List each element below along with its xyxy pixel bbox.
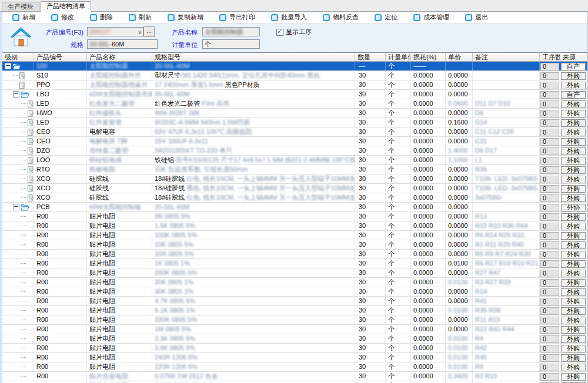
table-row[interactable]: R00贴片电阻330K 0805 5%30个0.00000.0000R11 R1… — [2, 315, 587, 325]
table-row[interactable]: PPO太阳能控制器绝缘片17 2400mm 厚度1.5mm 黑色PP材质30个0… — [2, 80, 587, 90]
table-row[interactable]: R00贴片电阻240R 1206 5%30个0.00000.0100R450外购 — [2, 353, 587, 362]
column-header-source[interactable]: 来源 — [560, 53, 587, 61]
source-button[interactable]: 外购 — [561, 100, 586, 108]
table-row[interactable]: R00贴片电阻30K 0805 1%30个0.00000.0000R140外购 — [2, 287, 587, 297]
spec-field[interactable]: 20-55L-60M — [87, 39, 158, 49]
table-row[interactable]: LBO60W太阳能控制器壳体20-55L-60M30个0.00000.00000… — [2, 90, 587, 99]
table-row[interactable]: RTO热敏电阻10K 负温度系数, 引线长度50mm30个0.00000.000… — [2, 165, 587, 174]
show-process-checkbox[interactable]: 显示工序 — [276, 28, 312, 36]
column-header-loss-pct[interactable]: 损耗(%) — [411, 53, 446, 61]
table-row[interactable]: LED红外发射管IR333C-A 5MM 940nm 1.5W凹面30个0.00… — [2, 118, 587, 127]
toolbar-button-refresh[interactable]: 刷新 — [129, 13, 152, 22]
toolbar-button-add[interactable]: 新增 — [12, 13, 35, 22]
source-button[interactable]: 外购 — [561, 345, 586, 352]
source-button[interactable]: 外购 — [561, 119, 586, 127]
source-button[interactable]: 外购 — [561, 251, 586, 258]
source-button[interactable]: 外购 — [561, 82, 586, 89]
table-row[interactable]: R00贴片电阻20K 0805 1%30个0.00000.0100R3 R27 … — [2, 278, 587, 287]
source-button[interactable]: 外购 — [561, 317, 586, 324]
table-row[interactable]: R00贴片电阻5.1K 0805 1%30个0.00000.0100R35 R3… — [2, 306, 587, 315]
browse-button[interactable]: ... — [143, 26, 155, 37]
table-row[interactable]: 100太阳能控制器20-55L-60M—个——0自产 — [2, 62, 587, 71]
table-row[interactable]: DZO肖特基二极管SR20100SKT TO-220 单只30个0.00001.… — [2, 146, 587, 156]
column-header-process-count[interactable]: 工序数 — [540, 53, 560, 61]
toolbar-button-material-lookup[interactable]: 物料反查 — [323, 13, 359, 22]
toolbar-button-batch-import[interactable]: 批量导入 — [271, 13, 307, 22]
table-row[interactable]: LOO铁硅铝电感铁硅铝 型号KS105125 尺寸17.4x9.5x7.1 MM… — [2, 156, 587, 165]
toolbar-button-export-print[interactable]: 导出打印 — [219, 13, 255, 22]
source-button[interactable]: 外购 — [561, 288, 586, 296]
source-button[interactable]: 外购 — [561, 279, 586, 287]
source-button[interactable]: 外购 — [561, 213, 586, 221]
source-button[interactable]: 外购 — [561, 354, 586, 362]
table-row[interactable]: R00贴片电阻1M 0805 5%30个0.00000.0000R22 R41 … — [2, 325, 587, 334]
source-button[interactable]: 外购 — [561, 326, 586, 334]
table-row[interactable]: R00贴片电阻0R 0805 5%30个0.00000.0000R130外购 — [2, 212, 587, 221]
table-row[interactable]: S10太阳能控制器外壳型材尺寸(W) 1420 340(1)mm, 定位孔居中间… — [2, 71, 587, 80]
source-button[interactable]: 自产 — [561, 91, 586, 99]
source-button[interactable]: 外购 — [561, 185, 586, 193]
table-row[interactable]: PCB60W太阳能控制板20-55L-60M30个0.00000.00000外协 — [2, 203, 587, 212]
column-header-quantity[interactable]: 数量 — [355, 53, 386, 61]
source-button[interactable]: 外购 — [561, 364, 586, 371]
tab-production-module[interactable]: 生产模块 — [2, 2, 39, 11]
source-button[interactable]: 外购 — [561, 307, 586, 315]
source-button[interactable]: 外购 — [561, 373, 586, 381]
table-row[interactable]: R00贴片合金电阻0.075R 1W 2512 合金30个0.00000.340… — [2, 372, 587, 381]
source-button[interactable]: 外购 — [561, 166, 586, 174]
table-row[interactable]: R00贴片电阻200K 0805 5%30个0.00000.0000R27 R4… — [2, 268, 587, 278]
table-row[interactable]: R00贴片电阻3.3K 0805 5%30个0.00000.0100R40外购 — [2, 334, 587, 344]
toolbar-button-modify[interactable]: 修改 — [51, 13, 74, 22]
source-button[interactable]: 外购 — [561, 129, 586, 136]
unit-field[interactable]: 个 — [202, 39, 260, 49]
toolbar-button-copy-add[interactable]: 复制新增 — [168, 13, 203, 22]
column-header-product-name[interactable]: 产品名称 — [87, 53, 152, 61]
toolbar-button-exit[interactable]: 退出 — [465, 13, 488, 22]
column-header-level[interactable]: 级别 — [2, 53, 34, 61]
table-row[interactable]: LED红色发光二极管红色发光二极管 F3m 高亮30个0.00000.0600D… — [2, 99, 587, 109]
expander-minus-icon[interactable] — [13, 91, 19, 98]
table-row[interactable]: XCO硅胶线18#硅胶线 黑色, 线长10CM, 一头上锡4MM 另一头压入型端… — [2, 184, 587, 193]
product-code-combobox[interactable]: 200127 ∨ — [87, 27, 143, 36]
table-row[interactable]: R00贴片电阻1K 0805 1%30个0.00000.0100R6 R17 R… — [2, 259, 587, 268]
table-row[interactable]: CEO电解电容63V 47UF 6.3x11 105℃ 高频低阻30个0.000… — [2, 127, 587, 137]
table-row[interactable]: HWO红外接收头IRM-3638T 38K30个0.00000.0000D60外… — [2, 109, 587, 118]
column-header-product-code[interactable]: 产品编号 — [34, 53, 87, 61]
table-row[interactable]: R00贴片电阻1.5K 0805 5%30个0.00000.0000R22 R2… — [2, 221, 587, 231]
source-button[interactable]: 外购 — [561, 223, 586, 230]
column-header-unit[interactable]: 计量单位 — [386, 53, 411, 61]
source-button[interactable]: 外购 — [561, 335, 586, 343]
table-row[interactable]: R00贴片电阻10R 0805 5%30个0.00000.0000R5 R9 R… — [2, 250, 587, 259]
column-header-spec-model[interactable]: 规格型号 — [152, 53, 355, 61]
table-row[interactable]: XCO硅胶线18#硅胶线 白色, 线长10CM, 一头上锡4MM 另一头压入型端… — [2, 174, 587, 184]
table-row[interactable]: XCO硅胶线18#硅胶线 红色, 线长10CM, 一头上锡4MM 另一头压入型端… — [2, 193, 587, 203]
table-row[interactable]: R00贴片电阻220R 1206 5%30个0.00000.0100R90外购 — [2, 362, 587, 372]
source-button[interactable]: 外购 — [561, 241, 586, 249]
expander-minus-icon[interactable] — [13, 204, 19, 210]
source-button[interactable]: 外购 — [561, 232, 586, 240]
expander-minus-icon[interactable] — [5, 63, 11, 69]
product-name-field[interactable]: 太阳能控制器 — [202, 27, 260, 36]
source-button[interactable]: 外购 — [561, 110, 586, 117]
source-button[interactable]: 外协 — [561, 204, 586, 211]
source-button[interactable]: 外购 — [561, 157, 586, 164]
tab-product-structure-list[interactable]: 产品结构清单 — [41, 1, 91, 12]
table-row[interactable]: R00贴片电阻10K 0805 5%30个0.00000.0000R1 R11 … — [2, 240, 587, 250]
source-button[interactable]: 外购 — [561, 176, 586, 183]
toolbar-button-locate[interactable]: 定位 — [375, 13, 397, 22]
source-button[interactable]: 外购 — [561, 194, 586, 202]
source-button[interactable]: 自产 — [561, 63, 586, 70]
column-header-remark[interactable]: 备注 — [473, 53, 540, 61]
source-button[interactable]: 外购 — [561, 260, 586, 268]
source-button[interactable]: 外购 — [561, 298, 586, 305]
table-row[interactable]: CEO电解电容 7脚25V 100UF 6.3x1130个0.00000.000… — [2, 137, 587, 146]
toolbar-button-delete[interactable]: 删除 — [90, 13, 113, 22]
toolbar-button-cost-management[interactable]: 成本管理 — [413, 13, 449, 22]
source-button[interactable]: 外购 — [561, 147, 586, 155]
source-button[interactable]: 外购 — [561, 72, 586, 80]
table-row[interactable]: R00贴片电阻3.9K 0805 5%30个0.00000.0100R420外购 — [2, 344, 587, 353]
column-header-unit-price[interactable]: 单价 — [446, 53, 473, 61]
source-button[interactable]: 外购 — [561, 138, 586, 146]
source-button[interactable]: 外购 — [561, 270, 586, 277]
table-row[interactable]: R00贴片电阻4.7K 0805 5%30个0.00000.0000R410外购 — [2, 297, 587, 306]
